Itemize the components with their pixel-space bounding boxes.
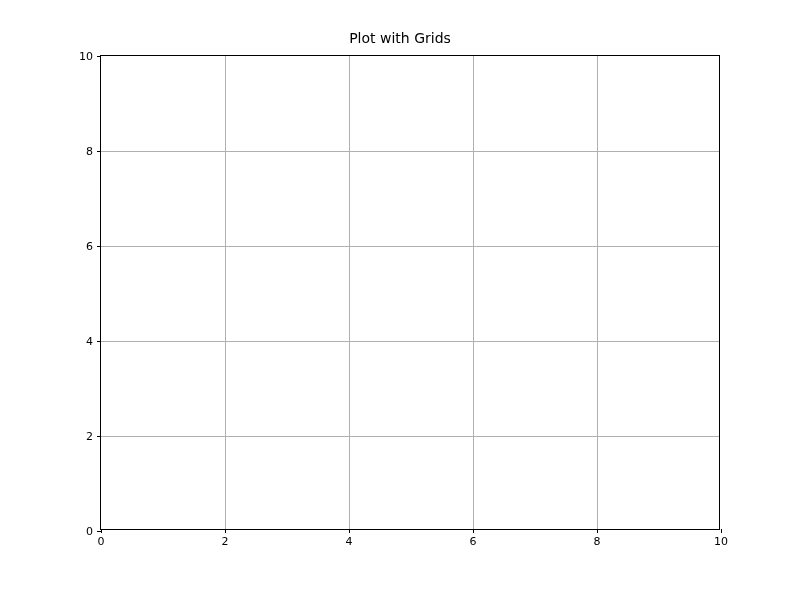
x-tick-label: 0 xyxy=(98,535,105,548)
axes-area: 02468100246810 xyxy=(100,55,720,530)
gridline-vertical xyxy=(349,56,350,529)
gridline-horizontal xyxy=(101,341,719,342)
y-tick-label: 0 xyxy=(86,525,93,538)
figure: Plot with Grids 02468100246810 xyxy=(0,0,800,600)
x-tick xyxy=(225,529,226,533)
x-tick-label: 2 xyxy=(222,535,229,548)
gridline-horizontal xyxy=(101,151,719,152)
x-tick xyxy=(597,529,598,533)
y-tick xyxy=(97,531,101,532)
x-tick xyxy=(101,529,102,533)
y-tick-label: 6 xyxy=(86,240,93,253)
y-tick-label: 2 xyxy=(86,430,93,443)
gridline-horizontal xyxy=(101,436,719,437)
y-tick-label: 8 xyxy=(86,145,93,158)
y-tick xyxy=(97,436,101,437)
gridline-vertical xyxy=(225,56,226,529)
x-tick xyxy=(721,529,722,533)
chart-title: Plot with Grids xyxy=(0,30,800,46)
x-tick-label: 6 xyxy=(470,535,477,548)
y-tick xyxy=(97,341,101,342)
y-tick xyxy=(97,56,101,57)
y-tick-label: 4 xyxy=(86,335,93,348)
gridline-vertical xyxy=(597,56,598,529)
y-tick-label: 10 xyxy=(79,50,93,63)
y-tick xyxy=(97,151,101,152)
x-tick xyxy=(349,529,350,533)
gridline-horizontal xyxy=(101,246,719,247)
x-tick xyxy=(473,529,474,533)
x-tick-label: 4 xyxy=(346,535,353,548)
y-tick xyxy=(97,246,101,247)
x-tick-label: 10 xyxy=(714,535,728,548)
x-tick-label: 8 xyxy=(594,535,601,548)
gridline-vertical xyxy=(473,56,474,529)
